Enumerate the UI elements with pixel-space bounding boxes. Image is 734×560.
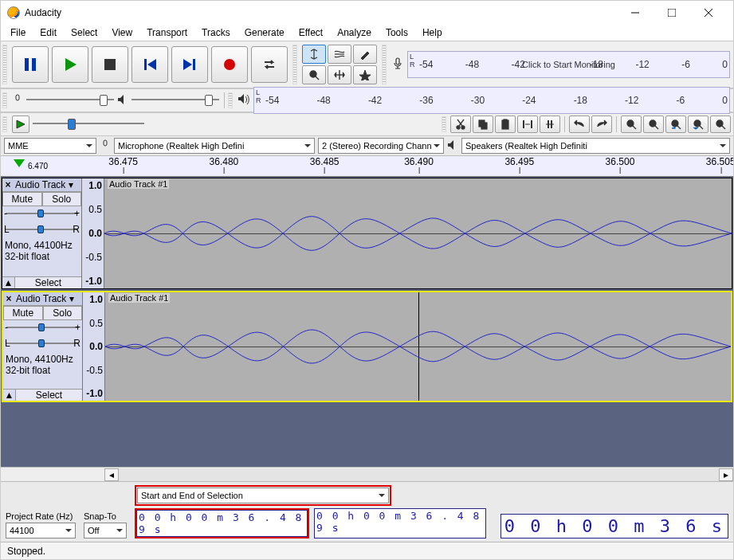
zoom-toggle-button[interactable] — [710, 116, 731, 133]
playback-meter[interactable]: LR -54-48-42-36-30-24-18-12-60 — [253, 87, 730, 114]
toolbar-grip[interactable] — [228, 92, 233, 108]
waveform-display[interactable]: Audio Track #1 — [104, 178, 732, 288]
record-button[interactable] — [211, 46, 248, 83]
mute-button[interactable]: Mute — [2, 192, 42, 206]
menu-tools[interactable]: Tools — [379, 25, 414, 40]
toolbar-grip[interactable] — [292, 45, 297, 84]
speaker-icon[interactable] — [237, 93, 250, 108]
track-menu-button[interactable]: Audio Track ▾ — [14, 292, 82, 305]
menu-tracks[interactable]: Tracks — [195, 25, 237, 40]
trim-button[interactable] — [517, 116, 538, 133]
selection-end-time[interactable]: 0 0 h 0 0 m 3 6 . 4 8 9 s — [314, 508, 486, 538]
record-channels-combo[interactable]: 2 (Stereo) Recording Chann — [318, 138, 444, 154]
skip-start-button[interactable] — [131, 46, 168, 83]
selection-tool-button[interactable] — [302, 45, 326, 64]
redo-button[interactable] — [591, 116, 612, 133]
tools-toolbar — [299, 41, 380, 88]
toolbar-grip[interactable] — [2, 116, 7, 132]
toolbar-row-2: LR -54-48-42-36-30-24-18-12-60 — [1, 88, 733, 112]
ruler-tick: 36.495 — [504, 156, 534, 167]
selection-mode-combo[interactable]: Start and End of Selection — [137, 488, 389, 503]
record-meter[interactable]: LR -54-48-42-18-12-60 Click to Start Mon… — [407, 51, 730, 78]
loop-button[interactable] — [251, 46, 288, 83]
audio-host-combo[interactable]: MME — [4, 138, 96, 154]
zoom-out-button[interactable] — [643, 116, 664, 133]
track-menu-button[interactable]: Audio Track ▾ — [14, 178, 81, 191]
skip-end-button[interactable] — [171, 46, 208, 83]
solo-button[interactable]: Solo — [43, 306, 83, 320]
record-device-combo[interactable]: Microphone (Realtek High Defini — [114, 138, 315, 154]
svg-rect-20 — [504, 119, 507, 121]
project-rate-combo[interactable]: 44100 — [6, 523, 76, 538]
play-at-speed-button[interactable] — [12, 116, 29, 133]
play-button[interactable] — [52, 46, 88, 83]
cut-button[interactable] — [450, 116, 471, 133]
playhead-icon[interactable] — [14, 159, 25, 173]
mute-button[interactable]: Mute — [3, 306, 43, 320]
toolbar-grip[interactable] — [442, 116, 446, 132]
envelope-tool-button[interactable] — [328, 45, 351, 64]
svg-rect-4 — [104, 59, 116, 70]
mic-icon[interactable] — [391, 57, 404, 72]
toolbar-grip[interactable] — [2, 92, 7, 108]
stop-button[interactable] — [92, 46, 128, 83]
menu-file[interactable]: File — [4, 25, 32, 40]
track-1: ×Audio Track ▾ MuteSolo Mono, 44100Hz32-… — [2, 178, 732, 289]
toolbar-grip[interactable] — [382, 45, 387, 84]
track-close-button[interactable]: × — [2, 179, 14, 190]
audio-position-time[interactable]: 0 0 h 0 0 m 3 6 s — [500, 514, 728, 538]
scroll-left-button[interactable]: ◂ — [104, 468, 119, 481]
draw-tool-button[interactable] — [353, 45, 377, 64]
playback-device-combo[interactable]: Speakers (Realtek High Definiti — [461, 138, 730, 154]
undo-button[interactable] — [569, 116, 590, 133]
track-select-button[interactable]: Select — [16, 390, 82, 401]
svg-marker-13 — [238, 94, 244, 104]
multi-tool-button[interactable] — [353, 65, 377, 84]
pan-slider[interactable] — [6, 339, 79, 350]
timeshift-tool-button[interactable] — [328, 65, 351, 84]
close-button[interactable] — [690, 1, 727, 25]
zoom-in-button[interactable] — [621, 116, 642, 133]
menu-help[interactable]: Help — [416, 25, 449, 40]
tracks-area: ×Audio Track ▾ MuteSolo Mono, 44100Hz32-… — [1, 177, 733, 467]
maximize-button[interactable] — [654, 1, 690, 25]
collapse-button[interactable]: ▲ — [2, 277, 15, 288]
collapse-button[interactable]: ▲ — [3, 390, 16, 401]
pause-button[interactable] — [12, 46, 49, 83]
menu-edit[interactable]: Edit — [33, 25, 63, 40]
solo-button[interactable]: Solo — [42, 192, 82, 206]
waveform-display[interactable]: Audio Track #1 — [105, 292, 731, 401]
horizontal-scrollbar[interactable]: ◂ ▸ — [1, 467, 733, 481]
copy-button[interactable] — [473, 116, 493, 133]
minimize-button[interactable] — [617, 1, 654, 25]
track-select-button[interactable]: Select — [15, 277, 81, 288]
gain-slider[interactable] — [6, 209, 78, 220]
play-speed-slider[interactable] — [33, 117, 144, 131]
menu-generate[interactable]: Generate — [238, 25, 291, 40]
fit-project-button[interactable] — [688, 116, 708, 133]
vertical-scale[interactable]: 1.00.50.0-0.5-1.0 — [83, 292, 105, 401]
timeline-ruler[interactable]: 6.470 36.475 36.480 36.485 36.490 36.495… — [1, 156, 733, 177]
zoom-tool-button[interactable] — [302, 65, 326, 84]
menu-transport[interactable]: Transport — [140, 25, 194, 40]
menu-view[interactable]: View — [105, 25, 139, 40]
record-meter-hint[interactable]: Click to Start Monitoring — [522, 60, 615, 69]
paste-button[interactable] — [495, 116, 516, 133]
toolbar-grip[interactable] — [2, 45, 7, 84]
vertical-scale[interactable]: 1.00.50.0-0.5-1.0 — [82, 178, 104, 288]
selection-start-time[interactable]: 0 0 h 0 0 m 3 6 . 4 8 9 s — [136, 510, 308, 537]
menu-effect[interactable]: Effect — [292, 25, 329, 40]
fit-selection-button[interactable] — [665, 116, 686, 133]
track-close-button[interactable]: × — [3, 293, 14, 304]
gain-slider[interactable] — [6, 323, 79, 334]
record-volume-slider[interactable] — [26, 93, 114, 108]
playback-volume-slider[interactable] — [131, 93, 219, 108]
pan-slider[interactable] — [6, 225, 78, 236]
scroll-right-button[interactable]: ▸ — [719, 468, 733, 481]
svg-point-23 — [672, 120, 678, 127]
menu-select[interactable]: Select — [65, 25, 104, 40]
svg-rect-18 — [481, 123, 487, 129]
menu-analyze[interactable]: Analyze — [331, 25, 378, 40]
snap-to-combo[interactable]: Off — [84, 523, 127, 538]
silence-button[interactable] — [540, 116, 560, 133]
